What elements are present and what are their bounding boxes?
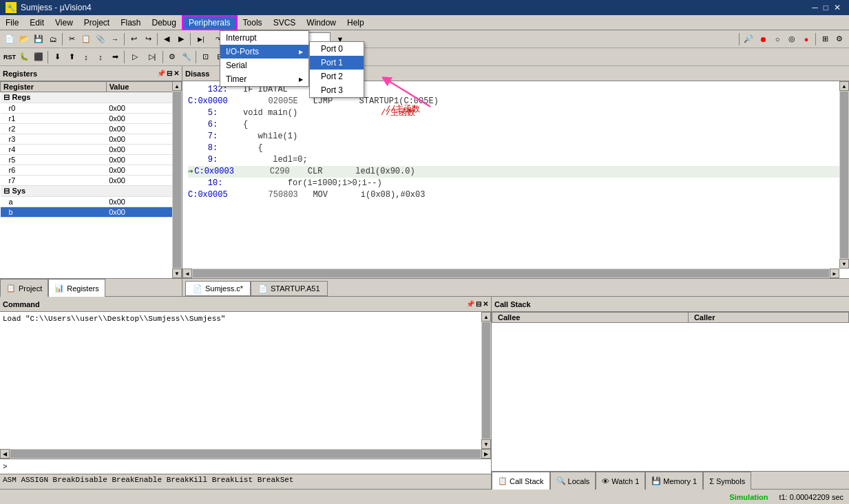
scroll-down-btn[interactable]: ▼ (172, 269, 182, 278)
menu-svcs[interactable]: SVCS (268, 15, 302, 30)
menu-peripherals[interactable]: Peripherals (182, 15, 238, 30)
menu-io-ports[interactable]: I/O-Ports ▶ (220, 45, 308, 59)
code-hscrollbar[interactable]: ◀ ▶ (182, 269, 839, 278)
cut-btn[interactable]: ✂ (65, 32, 78, 46)
close-panel-icon[interactable]: ✕ (174, 70, 179, 77)
maximize-btn[interactable]: □ (824, 3, 828, 12)
run-code-btn[interactable]: ▷ (127, 50, 143, 64)
hscroll-right-btn[interactable]: ▶ (830, 269, 839, 278)
hscroll-thumb[interactable] (193, 269, 829, 277)
vscroll-thumb[interactable] (840, 92, 848, 258)
menu-interrupt[interactable]: Interrupt (220, 31, 308, 45)
menu-view[interactable]: View (50, 15, 78, 30)
minimize-btn[interactable]: ─ (812, 3, 818, 12)
red-circle-btn[interactable]: ● (799, 32, 813, 46)
run-out-btn[interactable]: ▷| (144, 50, 160, 64)
hscroll-left-btn[interactable]: ◀ (182, 269, 192, 278)
window-layout-btn[interactable]: ⊞ (818, 32, 832, 46)
app-icon: 🔧 (6, 2, 17, 13)
undo-btn[interactable]: ↩ (127, 32, 140, 46)
close-btn[interactable]: ✕ (834, 3, 841, 12)
forward-btn[interactable]: ▶ (174, 32, 188, 46)
magnify-btn[interactable]: 🔎 (742, 32, 755, 46)
step-in-btn[interactable]: ⬇ (50, 50, 64, 64)
copy-btn[interactable]: 📋 (79, 32, 93, 46)
tab-symbols[interactable]: Σ Symbols (703, 472, 751, 490)
code-vscrollbar[interactable]: ▲ ▼ (839, 81, 849, 269)
sumjess-icon: 📄 (193, 284, 202, 293)
cmd-hscroll-left[interactable]: ◀ (0, 449, 10, 459)
open-btn[interactable]: 📂 (17, 32, 31, 46)
cmd-hscroll-right[interactable]: ▶ (481, 449, 491, 459)
pin-icon[interactable]: 📌 (157, 70, 165, 77)
tab-project[interactable]: 📋 Project (0, 279, 48, 297)
back-btn[interactable]: ◀ (160, 32, 174, 46)
menu-port1[interactable]: Port 1 (310, 56, 364, 70)
menu-window[interactable]: Window (301, 15, 342, 30)
table-row: r20x00 (1, 124, 182, 134)
step4-btn[interactable]: ↕ (94, 50, 107, 64)
debug-btn[interactable]: 🐛 (17, 50, 31, 64)
step-out-btn[interactable]: ⬆ (65, 50, 78, 64)
vscroll-up-btn[interactable]: ▲ (839, 81, 849, 91)
cmd-scroll-up[interactable]: ▲ (481, 312, 491, 322)
tab-call-stack[interactable]: 📋 Call Stack (492, 472, 550, 490)
menu-port3[interactable]: Port 3 (310, 83, 364, 97)
cmd-close-icon[interactable]: ✕ (483, 300, 488, 308)
redo-btn[interactable]: ↪ (141, 32, 155, 46)
cmd-hscroll-thumb[interactable] (10, 450, 481, 458)
menu-serial[interactable]: Serial (220, 59, 308, 72)
menu-flash[interactable]: Flash (115, 15, 146, 30)
tab-sumjess-c[interactable]: 📄 Sumjess.c* (185, 281, 251, 296)
call-stack-icon: 📋 (498, 476, 507, 485)
table-row: r60x00 (1, 165, 182, 176)
simulation-label: Simulation (729, 493, 768, 501)
tab-startup-a51[interactable]: 📄 STARTUP.A51 (251, 281, 328, 296)
tab-watch1[interactable]: 👁 Watch 1 (596, 472, 645, 490)
menu-tools[interactable]: Tools (238, 15, 268, 30)
vscroll-down-btn[interactable]: ▼ (839, 259, 849, 269)
run-to-btn[interactable]: ▶| (193, 32, 209, 46)
layout1-btn[interactable]: ⊡ (198, 50, 212, 64)
menu-file[interactable]: File (0, 15, 24, 30)
tab-registers[interactable]: 📊 Registers (48, 279, 105, 297)
record-btn[interactable]: ⏺ (756, 32, 770, 46)
gear-btn[interactable]: ⚙ (832, 32, 846, 46)
scroll-thumb[interactable] (173, 92, 181, 268)
scroll-up-btn[interactable]: ▲ (172, 81, 182, 91)
dock-icon[interactable]: ⊟ (167, 70, 172, 77)
tab-locals[interactable]: 🔍 Locals (550, 472, 596, 490)
menu-debug[interactable]: Debug (147, 15, 182, 30)
save-btn[interactable]: 💾 (32, 32, 45, 46)
code-line: 10: for(i=1000;i>0;i--) (188, 178, 846, 189)
command-input[interactable] (10, 463, 488, 471)
step-arrow-btn[interactable]: ➡ (108, 50, 122, 64)
step3-btn[interactable]: ↕ (79, 50, 93, 64)
new-btn[interactable]: 📄 (3, 32, 17, 46)
tab-memory1[interactable]: 💾 Memory 1 (645, 472, 703, 490)
cmd-dock-icon[interactable]: ⊟ (476, 300, 481, 308)
watch1-tab-label: Watch 1 (611, 477, 639, 485)
command-panel: Command 📌 ⊟ ✕ Load "C:\\Users\\user\\Des… (0, 297, 492, 489)
tools1-btn[interactable]: ⚙ (165, 50, 179, 64)
cmd-scroll-down[interactable]: ▼ (481, 439, 491, 449)
cmd-scroll-thumb[interactable] (482, 322, 490, 439)
cmd-pin-icon[interactable]: 📌 (466, 300, 474, 308)
menu-port0[interactable]: Port 0 (310, 42, 364, 56)
cmd-hscrollbar[interactable]: ◀ ▶ (0, 449, 491, 459)
indent-btn[interactable]: → (108, 32, 122, 46)
save-all-btn[interactable]: 🗂 (46, 32, 60, 46)
menu-edit[interactable]: Edit (24, 15, 50, 30)
menu-help[interactable]: Help (342, 15, 370, 30)
circle1-btn[interactable]: ○ (771, 32, 784, 46)
circle2-btn[interactable]: ◎ (785, 32, 799, 46)
menu-timer[interactable]: Timer ▶ (220, 72, 308, 86)
paste-btn[interactable]: 📎 (94, 32, 107, 46)
menu-port2[interactable]: Port 2 (310, 70, 364, 83)
tools2-btn[interactable]: 🔧 (180, 50, 193, 64)
cmd-scrollbar[interactable]: ▲ ▼ (481, 312, 491, 449)
registers-scrollbar[interactable]: ▲ ▼ (172, 81, 182, 278)
menu-project[interactable]: Project (78, 15, 115, 30)
stop-btn[interactable]: ⬛ (32, 50, 45, 64)
rst-btn[interactable]: RST (3, 50, 17, 64)
